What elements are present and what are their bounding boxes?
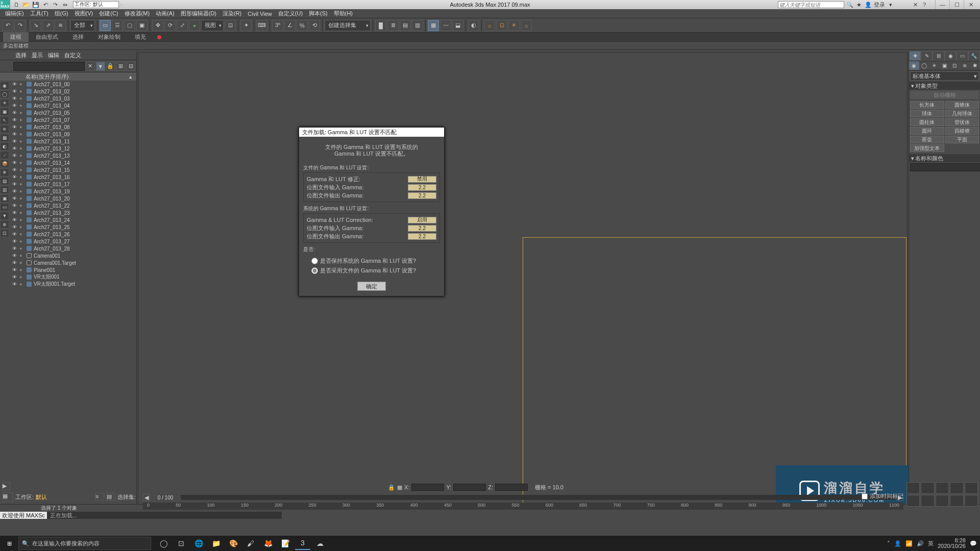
material-button[interactable]: ◐ — [468, 20, 479, 31]
link-icon[interactable]: ⇔ — [61, 1, 69, 9]
nav-a-icon[interactable] — [950, 495, 963, 507]
list-item[interactable]: 👁●Arch27_013_26 — [10, 231, 136, 238]
list-item[interactable]: 👁●VR太阳001.Target — [10, 281, 136, 288]
motion-tab-icon[interactable]: ◉ — [945, 51, 957, 61]
explorer-list[interactable]: 👁●Arch27_013_00👁●Arch27_013_02👁●Arch27_0… — [10, 81, 136, 516]
render-frame-button[interactable]: ⊡ — [496, 20, 507, 31]
filter-d-icon[interactable]: ▼ — [0, 212, 9, 220]
select-region-button[interactable]: ▢ — [124, 20, 135, 31]
list-item[interactable]: 👁●Arch27_013_25 — [10, 223, 136, 231]
list-item[interactable]: 👁●Arch27_013_15 — [10, 166, 136, 173]
app4-icon[interactable]: ☁ — [312, 537, 328, 550]
taskbar-clock[interactable]: 8:282020/10/26 — [938, 538, 966, 549]
scale-button[interactable]: ⤢ — [177, 20, 188, 31]
list-item[interactable]: 👁●VR太阳001 — [10, 273, 136, 281]
ribbon-freeform[interactable]: 自由形式 — [29, 32, 65, 42]
frame-prev-icon[interactable]: ◀ — [143, 494, 150, 501]
filter-e-icon[interactable]: ⊕ — [0, 220, 9, 229]
nav-fov-icon[interactable] — [950, 482, 963, 494]
list-item[interactable]: 👁●Arch27_013_07 — [10, 116, 136, 123]
explorer-header[interactable]: 名称(按升序排序) — [0, 72, 136, 81]
filter-space-icon[interactable]: ≋ — [0, 125, 9, 133]
play-anim-icon[interactable]: ▶ — [2, 482, 10, 490]
tray-notif-icon[interactable]: 💬 — [970, 540, 977, 547]
menu-create[interactable]: 创建(C) — [96, 10, 121, 17]
start-button[interactable]: ⊞ — [0, 536, 18, 551]
schematic-button[interactable]: ⬓ — [452, 20, 463, 31]
percent-snap-button[interactable]: % — [297, 20, 308, 31]
vp-layout-icon[interactable]: ▦ — [2, 492, 13, 502]
link-button[interactable]: ⇘ — [30, 20, 41, 31]
filter-bone-icon[interactable]: ⟋ — [0, 151, 9, 159]
app1-icon[interactable]: 🎨 — [226, 537, 241, 550]
cortana-icon[interactable]: ◯ — [156, 537, 172, 550]
ribbon-modeling[interactable]: 建模 — [3, 32, 29, 42]
list-item[interactable]: 👁●Arch27_013_17 — [10, 181, 136, 188]
rotate-button[interactable]: ⟳ — [164, 20, 176, 31]
tray-ime-icon[interactable]: 英 — [928, 540, 934, 547]
primitive-button[interactable]: 四棱锥 — [945, 127, 979, 135]
menu-help[interactable]: 帮助(H) — [331, 10, 356, 17]
filter-hidden-icon[interactable]: ▤ — [0, 177, 9, 185]
align-button[interactable]: ≣ — [387, 20, 399, 31]
ribbon-selection[interactable]: 选择 — [65, 32, 91, 42]
app2-icon[interactable]: 🖌 — [243, 537, 258, 550]
menu-script[interactable]: 脚本(S) — [306, 10, 331, 17]
named-selset-dropdown[interactable]: 创建选择集 — [325, 20, 371, 31]
keyboard-button[interactable]: ⌨ — [256, 20, 267, 31]
list-item[interactable]: 👁●Arch27_013_11 — [10, 138, 136, 145]
help-search[interactable] — [778, 1, 844, 8]
coord-z-input[interactable] — [495, 484, 528, 491]
rollout-name-color[interactable]: 名称和颜色 — [909, 154, 980, 162]
viewport[interactable]: 溜溜自学ZIXUE.3D66.COM — [137, 51, 909, 516]
exp-tab-display[interactable]: 显示 — [32, 52, 43, 59]
angle-snap-button[interactable]: ∠ — [284, 20, 296, 31]
primitive-button[interactable]: 管状体 — [945, 118, 979, 126]
primitive-button[interactable]: 圆环 — [910, 127, 944, 135]
exp-tab-select[interactable]: 选择 — [15, 52, 27, 59]
list-item[interactable]: 👁●Arch27_013_08 — [10, 123, 136, 131]
modify-tab-icon[interactable]: ✎ — [921, 51, 933, 61]
rollout-object-type[interactable]: 对象类型 — [909, 82, 980, 90]
record-icon[interactable] — [157, 34, 167, 41]
undo-icon[interactable]: ↶ — [41, 1, 50, 9]
category-dropdown[interactable]: 标准基本体 — [910, 71, 979, 81]
nav-zoomall-icon[interactable] — [921, 482, 934, 494]
list-item[interactable]: 👁●Arch27_013_13 — [10, 152, 136, 159]
primitive-button[interactable]: 加强型文本 — [910, 144, 944, 152]
spinner-snap-button[interactable]: ⟲ — [309, 20, 320, 31]
filter-helper-icon[interactable]: ↖ — [0, 116, 9, 124]
create-tab-icon[interactable]: ✚ — [909, 51, 921, 61]
snap-coord-icon[interactable]: ▦ — [397, 484, 402, 491]
tray-people-icon[interactable]: 👤 — [894, 540, 901, 547]
menu-graph[interactable]: 图形编辑器(D) — [178, 10, 219, 17]
refcoord-dropdown[interactable]: 视图 — [201, 20, 224, 31]
layer-button[interactable]: ▤ — [400, 20, 411, 31]
toggle-ribbon-button[interactable]: ▦ — [428, 20, 439, 31]
layer2-button[interactable]: ▥ — [412, 20, 423, 31]
edge-icon[interactable]: 🌐 — [191, 537, 206, 550]
menu-render[interactable]: 渲染(R) — [219, 10, 244, 17]
space-icon[interactable]: ≋ — [960, 61, 970, 70]
ribbon-populate[interactable]: 填充 — [128, 32, 153, 42]
lock-icon[interactable]: 🔒 — [106, 62, 115, 71]
filter-f-icon[interactable]: ⊡ — [0, 229, 9, 237]
list-item[interactable]: 👁●Arch27_013_12 — [10, 145, 136, 152]
primitive-button[interactable]: 茶壶 — [910, 136, 944, 143]
menu-group[interactable]: 组(G) — [52, 10, 71, 17]
explorer-icon[interactable]: 📁 — [208, 537, 224, 550]
exchange-icon[interactable]: ✕ — [912, 1, 919, 8]
frame-slider[interactable] — [181, 495, 896, 500]
menu-edit[interactable]: 编辑(E) — [2, 10, 27, 17]
workspace-input[interactable] — [73, 1, 119, 8]
3dsmax-taskbar-icon[interactable]: 3 — [295, 537, 310, 550]
filter-geom-icon[interactable]: ◉ — [0, 82, 9, 90]
filter-shape-icon[interactable]: ◯ — [0, 90, 9, 98]
filter-c-icon[interactable]: ▭ — [0, 203, 9, 211]
curve-editor-button[interactable]: 〰 — [440, 20, 451, 31]
undo-button[interactable]: ↶ — [2, 20, 13, 31]
list-item[interactable]: 👁●Arch27_013_09 — [10, 131, 136, 138]
exp-tab-edit[interactable]: 编辑 — [48, 52, 59, 59]
workspace-selector[interactable]: ▾ — [73, 1, 123, 8]
close-button[interactable]: ✕ — [964, 0, 978, 9]
